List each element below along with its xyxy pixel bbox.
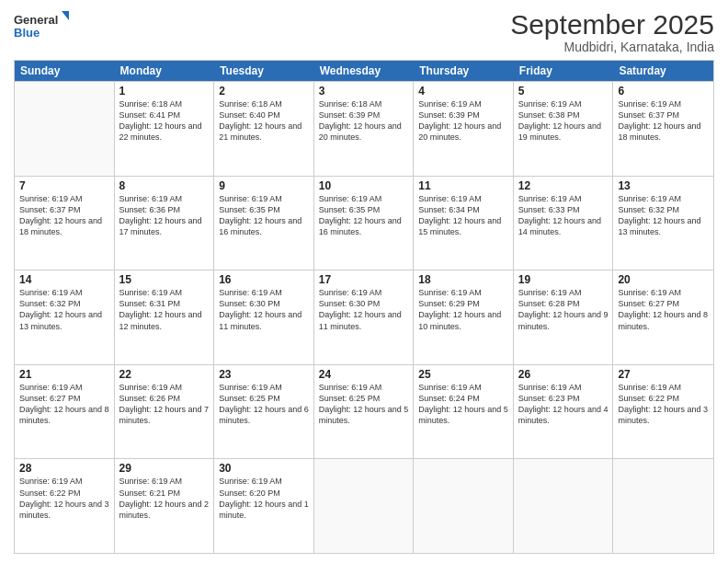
day-cell-11: 11Sunrise: 6:19 AM Sunset: 6:34 PM Dayli…	[414, 177, 514, 270]
cell-info: Sunrise: 6:19 AM Sunset: 6:39 PM Dayligh…	[418, 98, 508, 144]
day-cell-28: 28Sunrise: 6:19 AM Sunset: 6:22 PM Dayli…	[15, 459, 115, 553]
title-block: September 2025 Mudbidri, Karnataka, Indi…	[510, 9, 714, 54]
day-cell-14: 14Sunrise: 6:19 AM Sunset: 6:32 PM Dayli…	[15, 270, 115, 364]
empty-cell-0-0	[15, 82, 115, 176]
day-number: 26	[518, 368, 609, 381]
cell-info: Sunrise: 6:19 AM Sunset: 6:36 PM Dayligh…	[119, 193, 210, 238]
cell-info: Sunrise: 6:19 AM Sunset: 6:29 PM Dayligh…	[418, 287, 508, 332]
cell-info: Sunrise: 6:18 AM Sunset: 6:40 PM Dayligh…	[219, 98, 309, 144]
week-row-3: 14Sunrise: 6:19 AM Sunset: 6:32 PM Dayli…	[15, 270, 713, 364]
cell-info: Sunrise: 6:19 AM Sunset: 6:37 PM Dayligh…	[19, 193, 109, 238]
svg-text:General: General	[14, 13, 58, 27]
day-number: 21	[19, 368, 109, 381]
calendar-body: 1Sunrise: 6:18 AM Sunset: 6:41 PM Daylig…	[15, 81, 713, 553]
day-cell-30: 30Sunrise: 6:19 AM Sunset: 6:20 PM Dayli…	[214, 459, 314, 553]
day-cell-15: 15Sunrise: 6:19 AM Sunset: 6:31 PM Dayli…	[115, 270, 215, 364]
day-number: 28	[19, 462, 109, 475]
cell-info: Sunrise: 6:18 AM Sunset: 6:39 PM Dayligh…	[319, 98, 409, 144]
cell-info: Sunrise: 6:19 AM Sunset: 6:20 PM Dayligh…	[219, 476, 309, 521]
cell-info: Sunrise: 6:19 AM Sunset: 6:27 PM Dayligh…	[618, 287, 709, 332]
day-header-monday: Monday	[115, 61, 215, 81]
empty-cell-4-5	[514, 459, 614, 553]
logo: General Blue	[14, 9, 69, 44]
day-cell-29: 29Sunrise: 6:19 AM Sunset: 6:21 PM Dayli…	[115, 459, 215, 553]
week-row-1: 1Sunrise: 6:18 AM Sunset: 6:41 PM Daylig…	[15, 81, 713, 176]
day-number: 2	[219, 85, 309, 98]
day-header-friday: Friday	[514, 61, 614, 81]
svg-text:Blue: Blue	[14, 26, 40, 40]
day-header-thursday: Thursday	[414, 61, 514, 81]
day-cell-12: 12Sunrise: 6:19 AM Sunset: 6:33 PM Dayli…	[514, 177, 614, 270]
day-cell-25: 25Sunrise: 6:19 AM Sunset: 6:24 PM Dayli…	[414, 365, 514, 459]
header: General Blue September 2025 Mudbidri, Ka…	[14, 9, 714, 54]
day-cell-19: 19Sunrise: 6:19 AM Sunset: 6:28 PM Dayli…	[514, 270, 614, 364]
day-cell-10: 10Sunrise: 6:19 AM Sunset: 6:35 PM Dayli…	[314, 177, 415, 270]
week-row-4: 21Sunrise: 6:19 AM Sunset: 6:27 PM Dayli…	[15, 364, 713, 459]
cell-info: Sunrise: 6:19 AM Sunset: 6:25 PM Dayligh…	[219, 382, 309, 427]
cell-info: Sunrise: 6:19 AM Sunset: 6:32 PM Dayligh…	[19, 287, 109, 332]
cell-info: Sunrise: 6:19 AM Sunset: 6:35 PM Dayligh…	[219, 193, 309, 238]
day-cell-27: 27Sunrise: 6:19 AM Sunset: 6:22 PM Dayli…	[613, 365, 713, 459]
day-number: 22	[119, 368, 210, 381]
day-number: 9	[219, 179, 309, 192]
cell-info: Sunrise: 6:19 AM Sunset: 6:34 PM Dayligh…	[418, 193, 508, 238]
day-cell-7: 7Sunrise: 6:19 AM Sunset: 6:37 PM Daylig…	[15, 177, 115, 270]
day-number: 10	[319, 179, 409, 192]
calendar: SundayMondayTuesdayWednesdayThursdayFrid…	[14, 60, 714, 554]
cell-info: Sunrise: 6:19 AM Sunset: 6:24 PM Dayligh…	[418, 382, 508, 427]
day-header-tuesday: Tuesday	[214, 61, 314, 81]
day-number: 7	[19, 179, 109, 192]
week-row-2: 7Sunrise: 6:19 AM Sunset: 6:37 PM Daylig…	[15, 176, 713, 270]
day-cell-23: 23Sunrise: 6:19 AM Sunset: 6:25 PM Dayli…	[214, 365, 314, 459]
day-header-saturday: Saturday	[613, 61, 713, 81]
cell-info: Sunrise: 6:19 AM Sunset: 6:30 PM Dayligh…	[219, 287, 309, 332]
empty-cell-4-4	[414, 459, 514, 553]
day-cell-22: 22Sunrise: 6:19 AM Sunset: 6:26 PM Dayli…	[115, 365, 215, 459]
empty-cell-4-6	[613, 459, 713, 553]
day-cell-1: 1Sunrise: 6:18 AM Sunset: 6:41 PM Daylig…	[115, 82, 215, 176]
logo-svg: General Blue	[14, 9, 69, 44]
day-cell-21: 21Sunrise: 6:19 AM Sunset: 6:27 PM Dayli…	[15, 365, 115, 459]
day-number: 12	[518, 179, 609, 192]
cell-info: Sunrise: 6:19 AM Sunset: 6:31 PM Dayligh…	[119, 287, 210, 332]
day-header-wednesday: Wednesday	[314, 61, 415, 81]
cell-info: Sunrise: 6:19 AM Sunset: 6:25 PM Dayligh…	[319, 382, 409, 427]
cell-info: Sunrise: 6:19 AM Sunset: 6:23 PM Dayligh…	[518, 382, 609, 427]
day-cell-9: 9Sunrise: 6:19 AM Sunset: 6:35 PM Daylig…	[214, 177, 314, 270]
day-number: 23	[219, 368, 309, 381]
location-subtitle: Mudbidri, Karnataka, India	[510, 40, 714, 54]
cell-info: Sunrise: 6:19 AM Sunset: 6:26 PM Dayligh…	[119, 382, 210, 427]
day-cell-24: 24Sunrise: 6:19 AM Sunset: 6:25 PM Dayli…	[314, 365, 415, 459]
day-number: 8	[119, 179, 210, 192]
cell-info: Sunrise: 6:18 AM Sunset: 6:41 PM Dayligh…	[119, 98, 210, 144]
day-number: 19	[518, 273, 609, 286]
cell-info: Sunrise: 6:19 AM Sunset: 6:28 PM Dayligh…	[518, 287, 609, 332]
day-header-sunday: Sunday	[15, 61, 115, 81]
week-row-5: 28Sunrise: 6:19 AM Sunset: 6:22 PM Dayli…	[15, 458, 713, 553]
cell-info: Sunrise: 6:19 AM Sunset: 6:38 PM Dayligh…	[518, 98, 609, 144]
cell-info: Sunrise: 6:19 AM Sunset: 6:22 PM Dayligh…	[618, 382, 709, 427]
calendar-header-row: SundayMondayTuesdayWednesdayThursdayFrid…	[15, 61, 713, 81]
cell-info: Sunrise: 6:19 AM Sunset: 6:27 PM Dayligh…	[19, 382, 109, 427]
day-cell-17: 17Sunrise: 6:19 AM Sunset: 6:30 PM Dayli…	[314, 270, 415, 364]
day-cell-26: 26Sunrise: 6:19 AM Sunset: 6:23 PM Dayli…	[514, 365, 614, 459]
day-number: 6	[618, 85, 709, 98]
cell-info: Sunrise: 6:19 AM Sunset: 6:30 PM Dayligh…	[319, 287, 409, 332]
day-number: 24	[319, 368, 409, 381]
day-cell-20: 20Sunrise: 6:19 AM Sunset: 6:27 PM Dayli…	[613, 270, 713, 364]
day-number: 27	[618, 368, 709, 381]
cell-info: Sunrise: 6:19 AM Sunset: 6:33 PM Dayligh…	[518, 193, 609, 238]
day-number: 11	[418, 179, 508, 192]
svg-marker-2	[62, 11, 69, 20]
empty-cell-4-3	[314, 459, 415, 553]
day-number: 17	[319, 273, 409, 286]
day-cell-5: 5Sunrise: 6:19 AM Sunset: 6:38 PM Daylig…	[514, 82, 614, 176]
day-number: 15	[119, 273, 210, 286]
cell-info: Sunrise: 6:19 AM Sunset: 6:35 PM Dayligh…	[319, 193, 409, 238]
day-cell-2: 2Sunrise: 6:18 AM Sunset: 6:40 PM Daylig…	[214, 82, 314, 176]
day-number: 20	[618, 273, 709, 286]
day-cell-16: 16Sunrise: 6:19 AM Sunset: 6:30 PM Dayli…	[214, 270, 314, 364]
cell-info: Sunrise: 6:19 AM Sunset: 6:21 PM Dayligh…	[119, 476, 210, 521]
page: General Blue September 2025 Mudbidri, Ka…	[0, 0, 728, 563]
day-number: 30	[219, 462, 309, 475]
